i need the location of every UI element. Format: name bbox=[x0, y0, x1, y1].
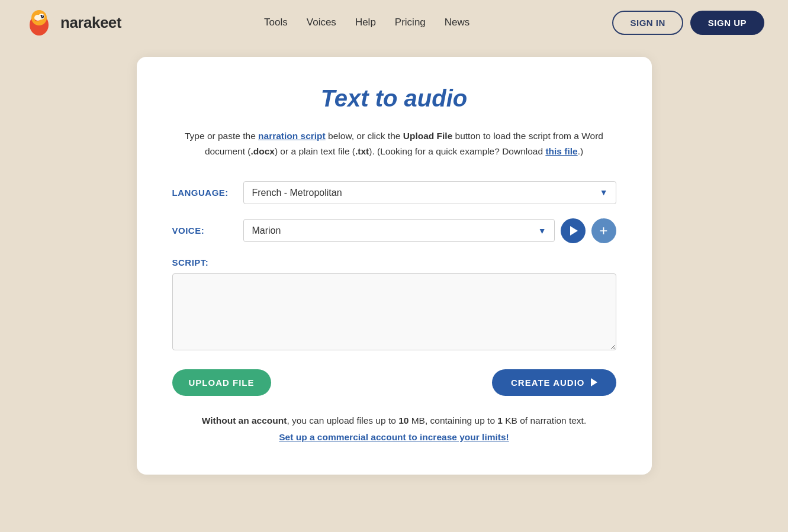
signup-button[interactable]: SIGN UP bbox=[690, 11, 764, 35]
language-select[interactable]: French - Metropolitan English - US Engli… bbox=[243, 181, 616, 204]
upload-file-button[interactable]: UPLOAD FILE bbox=[172, 369, 271, 396]
script-textarea[interactable] bbox=[172, 273, 616, 350]
logo-area[interactable]: narakeet bbox=[24, 7, 121, 38]
footer-paragraph: Without an account, you can upload files… bbox=[172, 412, 616, 429]
description-text: Type or paste the narration script below… bbox=[172, 128, 616, 160]
main-nav: Tools Voices Help Pricing News bbox=[264, 17, 469, 28]
create-audio-label: CREATE AUDIO bbox=[511, 378, 585, 388]
footer-link-paragraph: Set up a commercial account to increase … bbox=[172, 429, 616, 446]
script-row: SCRIPT: bbox=[172, 257, 616, 353]
this-file-link[interactable]: this file bbox=[545, 146, 577, 156]
logo-text: narakeet bbox=[60, 14, 121, 32]
narration-script-link[interactable]: narration script bbox=[258, 131, 326, 141]
nav-tools[interactable]: Tools bbox=[264, 17, 288, 28]
signin-button[interactable]: SIGN IN bbox=[612, 11, 683, 35]
nav-pricing[interactable]: Pricing bbox=[395, 17, 426, 28]
voice-select[interactable]: Marion Henri Amelie bbox=[243, 219, 555, 242]
svg-point-5 bbox=[42, 15, 43, 17]
nav-voices[interactable]: Voices bbox=[307, 17, 336, 28]
create-audio-play-icon bbox=[591, 378, 597, 386]
language-row: LANGUAGE: French - Metropolitan English … bbox=[172, 181, 616, 204]
create-audio-button[interactable]: CREATE AUDIO bbox=[492, 369, 616, 396]
page-title: Text to audio bbox=[172, 85, 616, 112]
add-voice-button[interactable]: + bbox=[591, 218, 616, 243]
actions-row: UPLOAD FILE CREATE AUDIO bbox=[172, 369, 616, 396]
voice-select-wrapper: Marion Henri Amelie ▼ bbox=[243, 219, 555, 242]
nav-news[interactable]: News bbox=[445, 17, 470, 28]
svg-point-7 bbox=[34, 15, 41, 21]
commercial-account-link[interactable]: Set up a commercial account to increase … bbox=[279, 432, 509, 442]
narakeet-logo-icon bbox=[24, 7, 54, 38]
language-label: LANGUAGE: bbox=[172, 188, 243, 198]
auth-buttons: SIGN IN SIGN UP bbox=[612, 11, 764, 35]
main-card: Text to audio Type or paste the narratio… bbox=[137, 57, 652, 475]
voice-label: VOICE: bbox=[172, 225, 243, 236]
voice-controls: Marion Henri Amelie ▼ + bbox=[243, 218, 616, 243]
voice-row: VOICE: Marion Henri Amelie ▼ + bbox=[172, 218, 616, 243]
language-select-wrapper: French - Metropolitan English - US Engli… bbox=[243, 181, 616, 204]
play-voice-button[interactable] bbox=[561, 218, 586, 243]
footer-text: Without an account, you can upload files… bbox=[172, 412, 616, 446]
nav-help[interactable]: Help bbox=[355, 17, 376, 28]
script-label: SCRIPT: bbox=[172, 257, 616, 267]
